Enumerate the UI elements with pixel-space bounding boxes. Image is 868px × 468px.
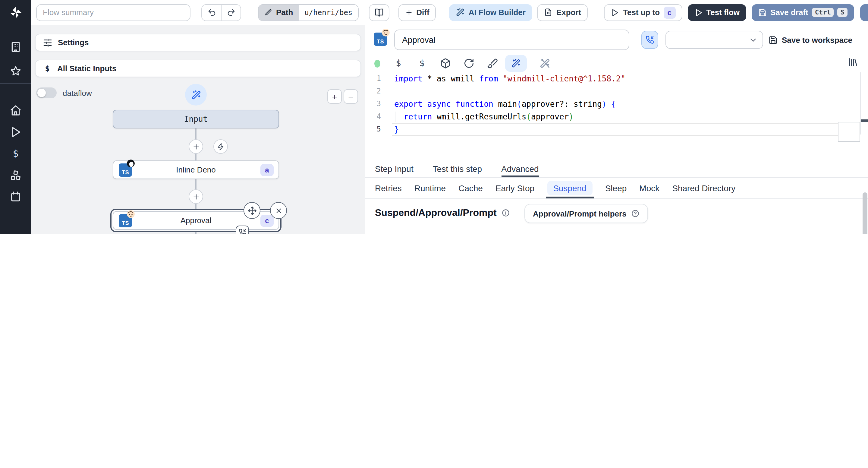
code-line[interactable]: 2 xyxy=(365,85,868,98)
tab-test-this-step[interactable]: Test this step xyxy=(433,160,482,177)
svg-text:$: $ xyxy=(419,58,424,68)
move-arrows-icon xyxy=(247,206,256,215)
zoom-out-button[interactable]: − xyxy=(344,89,358,104)
book-open-icon xyxy=(374,7,384,17)
tab-step-input[interactable]: Step Input xyxy=(375,160,413,177)
add-trigger-button[interactable] xyxy=(213,139,228,154)
variables-dollar-icon[interactable]: $ xyxy=(393,58,404,69)
variables-dollar-icon[interactable]: $ xyxy=(10,148,22,160)
deno-node-badge: a xyxy=(260,164,274,176)
delete-node-button[interactable] xyxy=(270,202,287,219)
ai-assistant-wand-button[interactable] xyxy=(505,55,527,72)
deploy-button-partial[interactable] xyxy=(860,4,868,21)
tab-mock[interactable]: Mock xyxy=(639,178,659,198)
main-area: $ Settings $ All Static Inputs xyxy=(0,25,868,234)
suspend-heading: Suspend/Approval/Prompt xyxy=(375,207,497,218)
wand-sparkles-icon xyxy=(456,8,465,17)
save-draft-button[interactable]: Save draft Ctrl S xyxy=(752,4,854,21)
tab-shared-directory[interactable]: Shared Directory xyxy=(672,178,735,198)
baby-emoji-overlay xyxy=(127,210,135,218)
code-line[interactable]: 4 return wmill.getResumeUrls(approver) xyxy=(365,110,868,123)
panel-scrollbar-thumb[interactable] xyxy=(863,193,867,234)
tab-cache[interactable]: Cache xyxy=(458,178,483,198)
undo-button[interactable] xyxy=(202,4,221,20)
workspace-building-icon[interactable] xyxy=(10,41,22,53)
typescript-icon: TS xyxy=(119,163,132,176)
runs-play-icon[interactable] xyxy=(10,126,22,138)
help-circle-icon xyxy=(631,209,640,218)
flow-settings-button[interactable]: Settings xyxy=(35,34,361,51)
resources-boxes-icon[interactable] xyxy=(10,170,22,181)
path-control[interactable]: Path u/henri/bes xyxy=(258,4,358,21)
code-line[interactable]: 1import * as wmill from "windmill-client… xyxy=(365,72,868,85)
flow-node-inline-deno[interactable]: TS Inline Deno a xyxy=(113,160,279,179)
add-step-button[interactable] xyxy=(189,139,203,154)
step-detail-panel: TS Save to workspace $ $ xyxy=(365,25,868,234)
ai-wand-button[interactable] xyxy=(185,84,207,106)
schedules-calendar-icon[interactable] xyxy=(10,191,22,203)
wand-sparkles-icon xyxy=(511,59,521,68)
approval-phone-badge[interactable] xyxy=(236,226,249,234)
home-icon[interactable] xyxy=(10,104,22,116)
typescript-icon: TS xyxy=(374,33,387,46)
kbd-ctrl: Ctrl xyxy=(812,8,834,17)
code-line[interactable]: 5} xyxy=(365,123,868,136)
helpers-label: Approval/Prompt helpers xyxy=(533,209,627,218)
top-toolbar: Path u/henri/bes Diff AI Flow Builder Ex… xyxy=(0,0,868,25)
script-version-select[interactable] xyxy=(665,31,763,49)
move-node-button[interactable] xyxy=(244,202,260,219)
tab-suspend[interactable]: Suspend xyxy=(547,178,592,198)
flow-summary-input[interactable] xyxy=(36,4,190,21)
tab-early-stop[interactable]: Early Stop xyxy=(495,178,534,198)
tab-sleep[interactable]: Sleep xyxy=(605,178,627,198)
typescript-icon: TS xyxy=(119,214,132,227)
approval-prompt-helpers-button[interactable]: Approval/Prompt helpers xyxy=(524,204,648,223)
package-icon[interactable] xyxy=(440,58,451,69)
redo-button[interactable] xyxy=(221,4,241,20)
windmill-logo[interactable] xyxy=(0,0,31,25)
zoom-in-button[interactable]: + xyxy=(327,89,342,104)
editor-toolbar: $ $ xyxy=(365,54,868,72)
info-icon[interactable] xyxy=(501,209,510,217)
input-node-label: Input xyxy=(137,115,254,124)
favorites-star-icon[interactable] xyxy=(10,65,22,77)
save-to-workspace-button[interactable]: Save to workspace xyxy=(769,33,852,47)
approval-node-badge: c xyxy=(260,214,274,227)
phone-incoming-icon xyxy=(239,228,246,234)
docs-button[interactable] xyxy=(369,4,389,21)
path-label: Path xyxy=(276,8,293,17)
reload-icon[interactable] xyxy=(464,58,474,69)
code-line[interactable]: 3export async function main(approver?: s… xyxy=(365,98,868,110)
tab-retries[interactable]: Retries xyxy=(375,178,402,198)
code-lines: 1import * as wmill from "windmill-client… xyxy=(365,72,868,136)
step-name-input[interactable] xyxy=(394,30,629,50)
flow-graph-panel: Settings $ All Static Inputs dataflow + … xyxy=(31,25,365,234)
resources-dollar-icon[interactable]: $ xyxy=(416,58,427,69)
dataflow-toggle[interactable] xyxy=(36,87,57,98)
tab-runtime[interactable]: Runtime xyxy=(414,178,446,198)
flow-node-input[interactable]: Input xyxy=(113,110,279,128)
diff-button[interactable]: Diff xyxy=(398,4,436,21)
format-brush-icon[interactable] xyxy=(487,58,498,69)
code-editor[interactable]: 1import * as wmill from "windmill-client… xyxy=(365,72,868,160)
add-step-button[interactable] xyxy=(189,189,203,204)
tab-advanced[interactable]: Advanced xyxy=(501,160,539,177)
test-up-to-button[interactable]: Test up to c xyxy=(604,4,682,21)
export-button[interactable]: Export xyxy=(537,4,588,21)
flow-settings-label: Settings xyxy=(58,38,89,47)
editor-scroll-slider[interactable] xyxy=(838,122,860,142)
all-static-inputs-label: All Static Inputs xyxy=(57,64,116,73)
sliders-icon xyxy=(43,38,53,47)
ai-flow-builder-button[interactable]: AI Flow Builder xyxy=(450,4,532,21)
suspend-phone-button[interactable] xyxy=(641,31,658,49)
dataflow-label: dataflow xyxy=(63,88,92,97)
baby-emoji-overlay xyxy=(381,28,390,37)
wand-off-icon[interactable] xyxy=(539,58,550,69)
file-code-icon xyxy=(544,8,553,17)
test-flow-label: Test flow xyxy=(706,8,740,17)
test-flow-button[interactable]: Test flow xyxy=(687,4,746,21)
library-icon[interactable] xyxy=(847,57,858,67)
all-static-inputs-button[interactable]: $ All Static Inputs xyxy=(35,60,361,77)
path-label-segment: Path xyxy=(258,4,299,20)
plus-icon xyxy=(405,8,412,16)
